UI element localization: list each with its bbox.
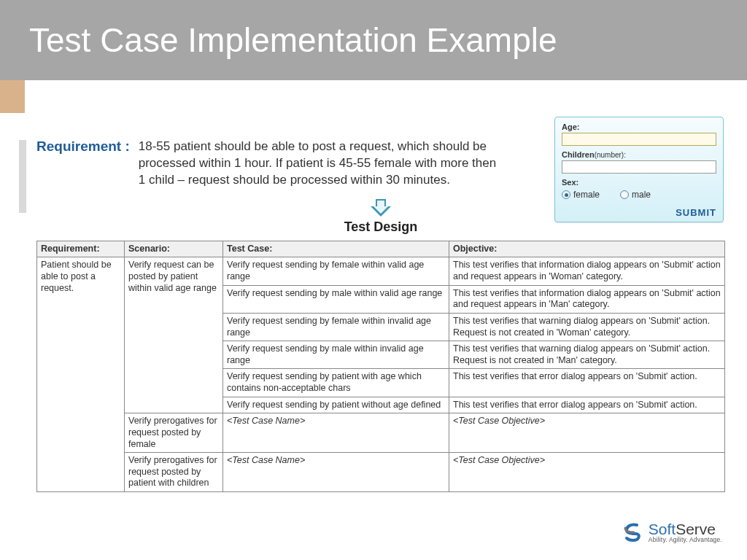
cell-objective: <Test Case Objective>: [449, 413, 725, 453]
accent-band: [0, 80, 25, 113]
cell-requirement: Patient should be able to post a request…: [37, 257, 125, 492]
slide-header: Test Case Implementation Example: [0, 0, 747, 80]
cell-testcase: <Test Case Name>: [223, 413, 449, 453]
test-design-title: Test Design: [344, 219, 418, 235]
cell-objective: This test verifies that warning dialog a…: [449, 313, 725, 341]
cell-objective: This test verifies that information dial…: [449, 257, 725, 285]
cell-scenario: Verify prerogatives for request posted b…: [125, 453, 223, 492]
logo-brand: SoftServe: [649, 521, 722, 537]
th-scenario: Scenario:: [125, 241, 223, 257]
cell-scenario: Verify request can be posted by patient …: [125, 257, 223, 413]
cell-objective: This test verifies that warning dialog a…: [449, 341, 725, 369]
arrow-down-icon: [370, 199, 392, 218]
requirement-label: Requirement :: [36, 139, 130, 155]
logo-tagline: Ability. Agility. Advantage.: [649, 537, 722, 543]
test-design-table: Requirement: Scenario: Test Case: Object…: [36, 241, 725, 492]
table-row: Verify prerogatives for request posted b…: [37, 413, 725, 453]
age-label: Age:: [562, 122, 716, 131]
cell-objective: This test verifies that error dialog app…: [449, 397, 725, 413]
cell-testcase: Verify request sending by female within …: [223, 313, 449, 341]
softserve-logo: SoftServe Ability. Agility. Advantage.: [621, 521, 722, 544]
cell-scenario: Verify prerogatives for request posted b…: [125, 413, 223, 453]
accent-line: [19, 140, 26, 213]
requirement-text: 18-55 patient should be able to post a r…: [139, 139, 500, 189]
cell-testcase: Verify request sending by patient withou…: [223, 397, 449, 413]
table-row: Verify prerogatives for request posted b…: [37, 453, 725, 492]
cell-testcase: <Test Case Name>: [223, 453, 449, 492]
table-row: Patient should be able to post a request…: [37, 257, 725, 285]
cell-testcase: Verify request sending by female within …: [223, 257, 449, 285]
th-testcase: Test Case:: [223, 241, 449, 257]
cell-objective: This test verifies that information dial…: [449, 285, 725, 313]
table-header-row: Requirement: Scenario: Test Case: Object…: [37, 241, 725, 257]
th-requirement: Requirement:: [37, 241, 125, 257]
cell-objective: <Test Case Objective>: [449, 453, 725, 492]
th-objective: Objective:: [449, 241, 725, 257]
cell-testcase: Verify request sending by patient with a…: [223, 369, 449, 397]
cell-testcase: Verify request sending by male within va…: [223, 285, 449, 313]
logo-s-icon: [621, 521, 644, 544]
slide-title: Test Case Implementation Example: [29, 20, 557, 60]
cell-objective: This test verifies that error dialog app…: [449, 369, 725, 397]
cell-testcase: Verify request sending by male within in…: [223, 341, 449, 369]
